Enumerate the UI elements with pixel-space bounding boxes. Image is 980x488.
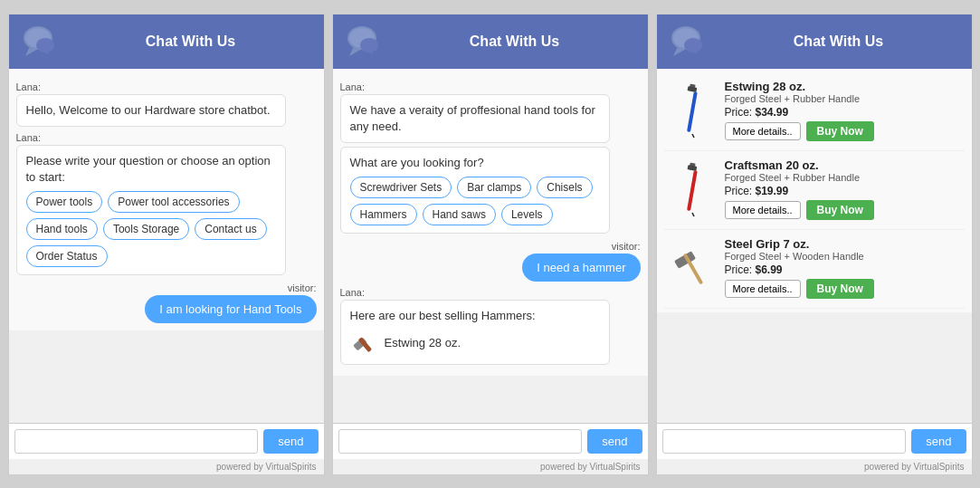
hammer-svg-2 [670, 158, 715, 222]
product-name-1: Estwing 28 oz. [725, 80, 961, 93]
estwing-preview-label: Estwing 28 oz. [385, 335, 461, 351]
product-name-3: Steel Grip 7 oz. [725, 237, 961, 251]
powered-by-2: powered by VirtualSpirits [333, 459, 648, 474]
product-item-3: Steel Grip 7 oz. Forged Steel + Wooden H… [664, 230, 965, 309]
option-power-tool-acc[interactable]: Power tool accessories [108, 191, 239, 213]
svg-line-24 [692, 213, 694, 216]
option-levels[interactable]: Levels [501, 204, 553, 225]
chat-icon-3 [668, 22, 708, 62]
option-contact-us[interactable]: Contact us [195, 218, 266, 240]
visitor-label-1: visitor: [16, 282, 317, 293]
details-btn-1[interactable]: More details.. [725, 122, 801, 140]
option-tools-storage[interactable]: Tools Storage [103, 218, 189, 240]
svg-marker-14 [673, 48, 686, 56]
buy-btn-2[interactable]: Buy Now [806, 200, 874, 220]
option-power-tools[interactable]: Power tools [26, 191, 103, 213]
chat-body-1: Lana: Hello, Welcome to our Hardware sto… [9, 69, 324, 331]
chat-widget-1: Chat With Us Lana: Hello, Welcome to our… [8, 14, 325, 475]
bot-bubble: Hello, Welcome to our Hardware store cha… [16, 94, 287, 127]
product-info-2: Craftsman 20 oz. Forged Steel + Rubber H… [725, 158, 961, 220]
chat-title-2: Chat With Us [393, 33, 637, 50]
hammer-intro: Here are our best selling Hammers: [350, 308, 601, 324]
option-buttons-1: Power tools Power tool accessories Hand … [26, 191, 277, 267]
sender-label: Lana: [16, 81, 317, 92]
option-screwdriver[interactable]: Screwdriver Sets [350, 177, 452, 198]
send-button-3[interactable]: send [911, 429, 966, 454]
buy-btn-3[interactable]: Buy Now [806, 279, 874, 299]
chat-icon-2 [344, 22, 384, 62]
option-hand-saws[interactable]: Hand saws [423, 204, 496, 225]
bot-bubble-w2-1: We have a veraity of proffesional hand t… [340, 94, 611, 143]
product-img-3 [668, 237, 718, 301]
send-button-2[interactable]: send [587, 429, 642, 454]
svg-rect-19 [687, 91, 698, 131]
sender-lana-w2-2: Lana: [340, 287, 641, 298]
chat-container: Chat With Us Lana: Hello, Welcome to our… [8, 14, 973, 475]
bot-bubble-w2-options: What are you looking for? Screwdriver Se… [340, 147, 611, 234]
visitor-label-2: visitor: [340, 241, 641, 252]
svg-rect-18 [688, 86, 698, 92]
option-chisels[interactable]: Chisels [537, 177, 592, 198]
sender-lana-w2-1: Lana: [340, 81, 641, 92]
product-item-2: Craftsman 20 oz. Forged Steel + Rubber H… [664, 151, 965, 230]
product-name-2: Craftsman 20 oz. [725, 158, 961, 172]
product-actions-3: More details.. Buy Now [725, 279, 961, 299]
chat-input-area-3: send [657, 423, 972, 459]
chat-widget-3: Chat With Us Estwi [656, 14, 973, 475]
option-bar-clamps[interactable]: Bar clamps [457, 177, 531, 198]
product-info-3: Steel Grip 7 oz. Forged Steel + Wooden H… [725, 237, 961, 299]
product-item-1: Estwing 28 oz. Forged Steel + Rubber Han… [664, 72, 965, 151]
product-price-3: Price: $6.99 [725, 263, 961, 276]
product-img-1 [668, 80, 718, 143]
chat-input-area-1: send [9, 423, 324, 459]
chat-header-2: Chat With Us [333, 14, 648, 69]
bot-text-2: Please write your question or choose an … [26, 154, 271, 184]
product-img-2 [668, 158, 718, 222]
chat-input-area-2: send [333, 423, 648, 459]
hammer-svg-3 [670, 237, 715, 301]
option-order-status[interactable]: Order Status [26, 245, 108, 267]
hammer-svg-1 [670, 80, 715, 143]
svg-line-20 [692, 134, 694, 138]
chat-header-3: Chat With Us [657, 14, 972, 69]
hammer-icon-small [350, 330, 377, 357]
visitor-section-1: visitor: I am looking for Hand Tools [16, 282, 317, 323]
product-desc-3: Forged Steel + Wooden Handle [725, 251, 961, 262]
send-button-1[interactable]: send [263, 429, 318, 454]
sender-label-2: Lana: [16, 132, 317, 143]
chat-body-3: Estwing 28 oz. Forged Steel + Rubber Han… [657, 69, 972, 312]
chat-icon-1 [20, 22, 60, 62]
visitor-bubble-1: I am looking for Hand Tools [145, 295, 316, 323]
bot-bubble-2: Please write your question or choose an … [16, 145, 287, 275]
svg-rect-23 [687, 169, 698, 210]
product-info-1: Estwing 28 oz. Forged Steel + Rubber Han… [725, 80, 961, 141]
svg-marker-2 [25, 48, 38, 56]
chat-input-1[interactable] [14, 429, 259, 454]
visitor-bubble-2: I need a hammer [522, 254, 640, 282]
powered-by-1: powered by VirtualSpirits [9, 459, 324, 474]
chat-input-2[interactable] [338, 429, 583, 454]
chat-title-3: Chat With Us [717, 33, 961, 50]
buy-btn-1[interactable]: Buy Now [806, 121, 874, 141]
svg-rect-22 [688, 165, 698, 171]
powered-by-3: powered by VirtualSpirits [657, 459, 972, 474]
option-buttons-2: Screwdriver Sets Bar clamps Chisels Hamm… [350, 177, 601, 225]
chat-header-1: Chat With Us [9, 14, 324, 69]
svg-marker-7 [349, 48, 362, 56]
option-hand-tools[interactable]: Hand tools [26, 218, 98, 240]
chat-widget-2: Chat With Us Lana: We have a veraity of … [332, 14, 649, 475]
chat-input-3[interactable] [662, 429, 907, 454]
visitor-section-2: visitor: I need a hammer [340, 241, 641, 282]
options-label: What are you looking for? [350, 156, 484, 169]
option-hammers[interactable]: Hammers [350, 204, 417, 225]
product-desc-2: Forged Steel + Rubber Handle [725, 172, 961, 183]
product-desc-1: Forged Steel + Rubber Handle [725, 93, 961, 104]
product-actions-2: More details.. Buy Now [725, 200, 961, 220]
bot-bubble-w2-2: Here are our best selling Hammers: Estwi… [340, 300, 611, 365]
product-price-2: Price: $19.99 [725, 185, 961, 197]
details-btn-3[interactable]: More details.. [725, 280, 801, 298]
details-btn-2[interactable]: More details.. [725, 201, 801, 219]
chat-body-2: Lana: We have a veraity of proffesional … [333, 69, 648, 377]
product-actions-1: More details.. Buy Now [725, 121, 961, 141]
chat-title-1: Chat With Us [69, 33, 313, 50]
